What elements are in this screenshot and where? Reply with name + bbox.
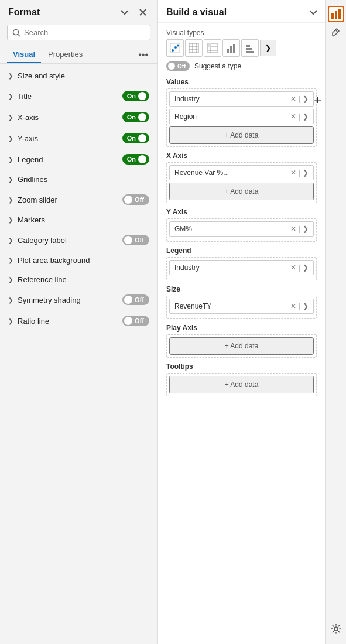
values-field-region: Region ✕ | ❯ <box>169 109 314 124</box>
y-axis-section: Y Axis GM% ✕ | ❯ <box>166 208 317 242</box>
menu-items-list: ❯ Size and style ❯ Title On ❯ X-axis On <box>0 64 157 644</box>
zoom-slider-toggle[interactable]: Off <box>122 194 149 205</box>
tooltips-section: Tooltips + Add data <box>166 362 317 396</box>
format-collapse-button[interactable] <box>118 8 132 17</box>
menu-item-ratio-line[interactable]: ❯ Ratio line Off <box>0 310 157 331</box>
field-chevron-icon[interactable]: ❯ <box>303 169 309 177</box>
menu-item-size-style[interactable]: ❯ Size and style <box>0 66 157 85</box>
title-toggle[interactable]: On <box>122 91 149 101</box>
svg-point-2 <box>13 29 19 35</box>
search-input[interactable] <box>24 28 145 37</box>
format-panel-header: Format <box>0 0 157 22</box>
svg-rect-24 <box>246 48 252 50</box>
menu-item-label: Legend <box>18 155 43 164</box>
legend-toggle[interactable]: On <box>122 154 149 165</box>
clear-icon[interactable]: ✕ <box>290 112 296 121</box>
x-axis-add-data-button[interactable]: + Add data <box>169 183 314 200</box>
toggle-circle <box>138 113 146 121</box>
build-visual-title: Build a visual <box>166 7 227 18</box>
settings-icon[interactable] <box>328 621 344 637</box>
chevron-icon: ❯ <box>8 176 13 183</box>
field-chevron-icon[interactable]: ❯ <box>303 112 309 121</box>
menu-item-symmetry-shading[interactable]: ❯ Symmetry shading Off <box>0 289 157 310</box>
vtype-more-button[interactable]: ❯ <box>260 40 276 56</box>
chevron-icon: ❯ <box>8 276 13 283</box>
values-add-data-button[interactable]: + Add data <box>169 126 314 144</box>
visual-types-icons: ❯ <box>166 39 317 57</box>
menu-item-title[interactable]: ❯ Title On <box>0 85 157 107</box>
menu-item-zoom-slider[interactable]: ❯ Zoom slider Off <box>0 189 157 210</box>
menu-item-label: Category label <box>18 236 67 245</box>
svg-line-3 <box>18 34 20 36</box>
tab-visual[interactable]: Visual <box>7 46 41 63</box>
toggle-circle <box>124 296 132 304</box>
field-chevron-icon[interactable]: ❯ <box>303 95 309 103</box>
add-item-button[interactable]: + <box>314 93 321 108</box>
menu-item-plot-area[interactable]: ❯ Plot area background <box>0 251 157 270</box>
clear-icon[interactable]: ✕ <box>290 263 296 272</box>
legend-field-industry: Industry ✕ | ❯ <box>169 260 314 275</box>
build-visual-collapse-button[interactable] <box>306 8 320 17</box>
y-axis-toggle[interactable]: On <box>122 133 149 143</box>
tooltips-zone: + Add data <box>166 373 317 396</box>
menu-item-y-axis[interactable]: ❯ Y-axis On <box>0 128 157 149</box>
field-chevron-icon[interactable]: ❯ <box>303 225 309 233</box>
ratio-line-toggle[interactable]: Off <box>122 316 149 326</box>
menu-item-x-axis[interactable]: ❯ X-axis On <box>0 107 157 128</box>
svg-rect-27 <box>335 11 337 19</box>
menu-item-label: Title <box>18 92 32 101</box>
chevron-icon: ❯ <box>8 135 13 142</box>
matrix-svg <box>207 43 218 53</box>
toggle-circle <box>138 92 146 100</box>
svg-point-9 <box>177 45 179 47</box>
format-close-button[interactable] <box>136 7 149 18</box>
menu-item-category-label[interactable]: ❯ Category label Off <box>0 229 157 251</box>
bar-chart-icon[interactable] <box>328 6 344 22</box>
field-chevron-icon[interactable]: ❯ <box>303 302 309 310</box>
clear-icon[interactable]: ✕ <box>290 169 296 177</box>
clear-icon[interactable]: ✕ <box>290 95 296 103</box>
tab-more-button[interactable]: ••• <box>136 47 150 63</box>
tabs-row: Visual Properties ••• <box>0 46 157 64</box>
field-chevron-icon[interactable]: ❯ <box>303 263 309 272</box>
table-svg <box>189 43 199 53</box>
menu-item-legend[interactable]: ❯ Legend On <box>0 149 157 170</box>
toggle-circle <box>138 134 146 142</box>
legend-section: Legend Industry ✕ | ❯ <box>166 246 317 280</box>
svg-rect-26 <box>331 13 334 19</box>
menu-item-label: Ratio line <box>18 317 49 326</box>
svg-rect-10 <box>189 43 198 53</box>
svg-point-30 <box>334 627 338 631</box>
suggest-toggle[interactable]: Off <box>166 61 190 71</box>
search-box <box>7 25 150 40</box>
search-icon <box>12 29 20 37</box>
vtype-bar-icon[interactable] <box>222 39 240 57</box>
menu-item-reference-line[interactable]: ❯ Reference line <box>0 270 157 289</box>
x-axis-toggle[interactable]: On <box>122 112 149 122</box>
paint-brush-icon[interactable] <box>328 25 344 41</box>
x-axis-section: X Axis Revenue Var %... ✕ | ❯ + Add data <box>166 152 317 203</box>
clear-icon[interactable]: ✕ <box>290 225 296 233</box>
size-field-revenuety: RevenueTY ✕ | ❯ <box>169 299 314 314</box>
symmetry-shading-toggle[interactable]: Off <box>122 294 149 305</box>
play-axis-add-data-button[interactable]: + Add data <box>169 337 314 355</box>
svg-rect-22 <box>233 44 235 53</box>
vtype-column-icon[interactable] <box>241 39 259 57</box>
size-section: Size RevenueTY ✕ | ❯ <box>166 285 317 319</box>
menu-item-gridlines[interactable]: ❯ Gridlines <box>0 170 157 189</box>
values-section: Values Industry ✕ | ❯ Region ✕ | ❯ <box>166 78 317 147</box>
menu-item-markers[interactable]: ❯ Markers <box>0 210 157 229</box>
tooltips-add-data-button[interactable]: + Add data <box>169 376 314 393</box>
vtype-scatter-icon[interactable] <box>166 39 184 57</box>
clear-icon[interactable]: ✕ <box>290 302 296 310</box>
x-axis-field-revenue: Revenue Var %... ✕ | ❯ <box>169 165 314 180</box>
chevron-icon: ❯ <box>8 237 13 244</box>
vtype-matrix-icon[interactable] <box>204 39 221 57</box>
build-visual-panel: Build a visual Visual types <box>158 0 346 644</box>
legend-label: Legend <box>166 246 317 255</box>
build-visual-header: Build a visual <box>158 0 346 23</box>
svg-point-7 <box>172 49 174 52</box>
category-label-toggle[interactable]: Off <box>122 235 149 245</box>
tab-properties[interactable]: Properties <box>42 46 88 63</box>
vtype-table-icon[interactable] <box>185 39 203 57</box>
